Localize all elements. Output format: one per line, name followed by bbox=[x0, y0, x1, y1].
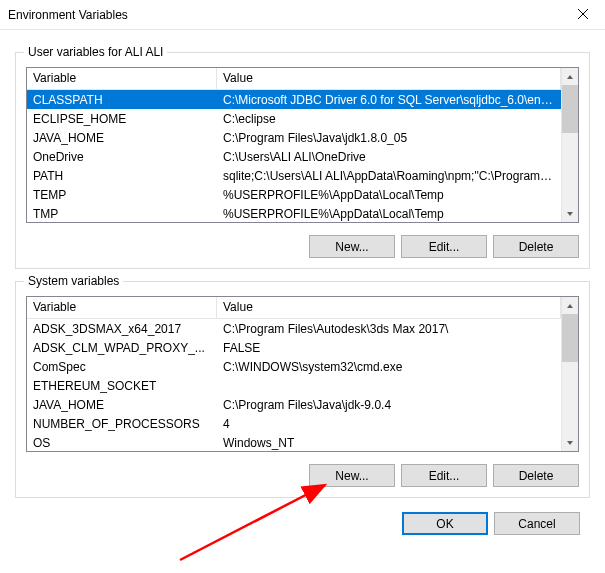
cell-variable: TEMP bbox=[27, 186, 217, 204]
cell-value: C:\Program Files\Autodesk\3ds Max 2017\ bbox=[217, 320, 561, 338]
table-row[interactable]: ADSK_3DSMAX_x64_2017C:\Program Files\Aut… bbox=[27, 319, 561, 338]
scroll-thumb[interactable] bbox=[562, 314, 578, 362]
window-title: Environment Variables bbox=[8, 8, 128, 22]
scroll-down-icon[interactable] bbox=[562, 434, 578, 451]
user-delete-button[interactable]: Delete bbox=[493, 235, 579, 258]
close-icon bbox=[578, 8, 588, 22]
cell-value: C:\Users\ALI ALI\OneDrive bbox=[217, 148, 561, 166]
cell-value: C:\Program Files\Java\jdk-9.0.4 bbox=[217, 396, 561, 414]
system-scrollbar[interactable] bbox=[561, 297, 578, 451]
cell-value: C:\Microsoft JDBC Driver 6.0 for SQL Ser… bbox=[217, 91, 561, 109]
system-delete-button[interactable]: Delete bbox=[493, 464, 579, 487]
cell-variable: OS bbox=[27, 434, 217, 452]
cell-variable: ETHEREUM_SOCKET bbox=[27, 377, 217, 395]
user-scrollbar[interactable] bbox=[561, 68, 578, 222]
cell-value bbox=[217, 384, 561, 388]
cell-value: FALSE bbox=[217, 339, 561, 357]
cell-value: C:\eclipse bbox=[217, 110, 561, 128]
cell-variable: ADSK_CLM_WPAD_PROXY_... bbox=[27, 339, 217, 357]
user-variables-group: User variables for ALI ALI Variable Valu… bbox=[15, 52, 590, 269]
ok-button[interactable]: OK bbox=[402, 512, 488, 535]
close-button[interactable] bbox=[560, 0, 605, 30]
table-row[interactable]: ECLIPSE_HOMEC:\eclipse bbox=[27, 109, 561, 128]
cell-variable: TMP bbox=[27, 205, 217, 223]
scroll-thumb[interactable] bbox=[562, 85, 578, 133]
cell-value: %USERPROFILE%\AppData\Local\Temp bbox=[217, 205, 561, 223]
cell-value: Windows_NT bbox=[217, 434, 561, 452]
table-row[interactable]: ComSpecC:\WINDOWS\system32\cmd.exe bbox=[27, 357, 561, 376]
user-col-value[interactable]: Value bbox=[217, 68, 561, 89]
cell-variable: JAVA_HOME bbox=[27, 129, 217, 147]
cancel-button[interactable]: Cancel bbox=[494, 512, 580, 535]
cell-value: 4 bbox=[217, 415, 561, 433]
user-edit-button[interactable]: Edit... bbox=[401, 235, 487, 258]
scroll-down-icon[interactable] bbox=[562, 205, 578, 222]
scroll-up-icon[interactable] bbox=[562, 68, 578, 85]
cell-value: sqlite;C:\Users\ALI ALI\AppData\Roaming\… bbox=[217, 167, 561, 185]
user-new-button[interactable]: New... bbox=[309, 235, 395, 258]
user-col-variable[interactable]: Variable bbox=[27, 68, 217, 89]
cell-variable: OneDrive bbox=[27, 148, 217, 166]
user-table-header: Variable Value bbox=[27, 68, 561, 90]
table-row[interactable]: TMP%USERPROFILE%\AppData\Local\Temp bbox=[27, 204, 561, 222]
table-row[interactable]: PATHsqlite;C:\Users\ALI ALI\AppData\Roam… bbox=[27, 166, 561, 185]
user-group-label: User variables for ALI ALI bbox=[24, 45, 167, 59]
cell-variable: ECLIPSE_HOME bbox=[27, 110, 217, 128]
cell-variable: NUMBER_OF_PROCESSORS bbox=[27, 415, 217, 433]
system-table-header: Variable Value bbox=[27, 297, 561, 319]
cell-value: C:\WINDOWS\system32\cmd.exe bbox=[217, 358, 561, 376]
system-new-button[interactable]: New... bbox=[309, 464, 395, 487]
cell-variable: CLASSPATH bbox=[27, 91, 217, 109]
cell-variable: PATH bbox=[27, 167, 217, 185]
table-row[interactable]: OSWindows_NT bbox=[27, 433, 561, 451]
cell-variable: ADSK_3DSMAX_x64_2017 bbox=[27, 320, 217, 338]
table-row[interactable]: CLASSPATHC:\Microsoft JDBC Driver 6.0 fo… bbox=[27, 90, 561, 109]
table-row[interactable]: ADSK_CLM_WPAD_PROXY_...FALSE bbox=[27, 338, 561, 357]
cell-variable: ComSpec bbox=[27, 358, 217, 376]
system-group-label: System variables bbox=[24, 274, 123, 288]
system-variables-group: System variables Variable Value ADSK_3DS… bbox=[15, 281, 590, 498]
system-edit-button[interactable]: Edit... bbox=[401, 464, 487, 487]
system-col-variable[interactable]: Variable bbox=[27, 297, 217, 318]
titlebar: Environment Variables bbox=[0, 0, 605, 30]
table-row[interactable]: JAVA_HOMEC:\Program Files\Java\jdk1.8.0_… bbox=[27, 128, 561, 147]
table-row[interactable]: TEMP%USERPROFILE%\AppData\Local\Temp bbox=[27, 185, 561, 204]
system-col-value[interactable]: Value bbox=[217, 297, 561, 318]
system-variables-table: Variable Value ADSK_3DSMAX_x64_2017C:\Pr… bbox=[26, 296, 579, 452]
scroll-up-icon[interactable] bbox=[562, 297, 578, 314]
user-variables-table: Variable Value CLASSPATHC:\Microsoft JDB… bbox=[26, 67, 579, 223]
cell-value: C:\Program Files\Java\jdk1.8.0_05 bbox=[217, 129, 561, 147]
table-row[interactable]: JAVA_HOMEC:\Program Files\Java\jdk-9.0.4 bbox=[27, 395, 561, 414]
table-row[interactable]: OneDriveC:\Users\ALI ALI\OneDrive bbox=[27, 147, 561, 166]
scroll-track[interactable] bbox=[562, 85, 578, 205]
table-row[interactable]: ETHEREUM_SOCKET bbox=[27, 376, 561, 395]
scroll-track[interactable] bbox=[562, 314, 578, 434]
table-row[interactable]: NUMBER_OF_PROCESSORS4 bbox=[27, 414, 561, 433]
cell-value: %USERPROFILE%\AppData\Local\Temp bbox=[217, 186, 561, 204]
cell-variable: JAVA_HOME bbox=[27, 396, 217, 414]
